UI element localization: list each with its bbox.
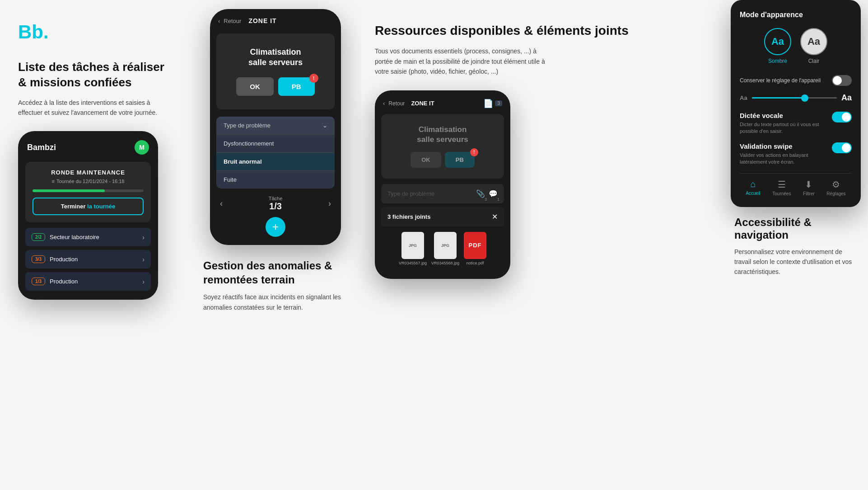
nav-reglages-label: Réglages (826, 191, 845, 196)
dictee-toggle[interactable] (832, 112, 852, 122)
sector-name-3: Production (50, 278, 138, 285)
chat-icon[interactable]: 💬 1 (489, 189, 498, 198)
nav-reglages[interactable]: ⚙ Réglages (826, 179, 845, 196)
dictee-text: Dictée vocale Dicter du texte partout où… (740, 112, 832, 135)
validation-title: Validation swipe (740, 142, 832, 150)
attach-count-1: 3 (485, 197, 487, 202)
fichier-icon-pdf: PDF (464, 232, 486, 259)
logo-dot: . (43, 21, 49, 42)
aa-light-circle: Aa (800, 28, 827, 55)
chevron-right-icon-2: › (142, 256, 145, 263)
font-size-large: Aa (841, 93, 852, 103)
fichier-name-3: notice.pdf (467, 261, 484, 265)
pb-button-3[interactable]: PB ! (445, 152, 475, 168)
phone3-zone-label: ZONE IT (411, 100, 434, 107)
ok-button-3[interactable]: OK (411, 152, 441, 168)
device-setting-row: Conserver le réglage de l'appareil (740, 75, 852, 86)
accessibility-title: Accessibilité & navigation (734, 216, 857, 241)
nav-filtrer-label: Filtrer (803, 191, 815, 196)
paperclip-icon[interactable]: 📎 3 (476, 189, 485, 198)
fichier-item-3: PDF notice.pdf (464, 232, 486, 265)
accessibility-section: Accessibilité & navigation Personnalisez… (723, 207, 868, 286)
nav-accueil-label: Accueil (746, 191, 760, 196)
chevron-right-icon-3: › (142, 278, 145, 285)
dictee-title: Dictée vocale (740, 112, 832, 119)
light-label: Clair (808, 58, 820, 64)
tache-label: Tâche (269, 196, 283, 201)
dropdown-option-2[interactable]: Bruit anormal (216, 152, 335, 170)
logo-text: Bb (18, 21, 43, 42)
pdf-label: PDF (469, 242, 482, 249)
fichier-item-2: JPG VR0345568.jpg (431, 232, 459, 265)
phone3-header-left: ‹ Retour ZONE IT (383, 100, 434, 107)
clima-title-2: Climatisationsalle serveurs (225, 47, 326, 68)
prev-arrow-icon[interactable]: ‹ (220, 199, 223, 208)
left-panel: Bb. Liste des tâches à réaliser & missio… (0, 0, 190, 490)
validation-desc: Valider vos actions en balayant latérale… (740, 152, 832, 166)
dropdown-container: Type de problème ⌄ Dysfonctionnement Bru… (216, 117, 335, 188)
validation-section: Validation swipe Valider vos actions en … (740, 142, 852, 166)
close-icon[interactable]: ✕ (492, 212, 498, 221)
ok-button[interactable]: OK (236, 77, 274, 96)
accessibility-desc: Personnalisez votre environnement de tra… (734, 247, 857, 277)
gear-icon: ⚙ (832, 179, 840, 190)
sector-item-1[interactable]: 2/2 Secteur laboratoire › (25, 228, 151, 246)
ok-pb-row: OK PB ! (225, 77, 326, 96)
fichier-icon-jpg-2: JPG (434, 232, 457, 259)
slider-thumb (801, 94, 808, 102)
font-size-small: Aa (740, 94, 747, 101)
dropdown-option-3[interactable]: Fuite (216, 170, 335, 188)
feature-desc-2: Soyez réactifs face aux incidents en sig… (203, 292, 348, 312)
ok-pb-row-3: OK PB ! (388, 152, 497, 168)
right-middle-panel: Ressources disponibles & éléments joints… (361, 0, 723, 490)
middle-panel: ‹ Retour ZONE IT Climatisationsalle serv… (190, 0, 361, 490)
progress-bar (33, 189, 144, 192)
phone3-back-arrow: ‹ (383, 100, 385, 107)
next-arrow-icon[interactable]: › (328, 199, 331, 208)
bottom-nav: ⌂ Accueil ☰ Tournées ⬇ Filtrer ⚙ Réglage… (740, 173, 852, 200)
aa-dark-circle: Aa (764, 28, 791, 55)
phone-mockup-3: ‹ Retour ZONE IT 📄 3 Climatisationsalle … (375, 90, 510, 279)
phone2-back-label: Retour (224, 18, 241, 24)
ronde-subtitle: ≡Tournée du 12/01/2024 - 16:18 (33, 179, 144, 184)
add-button[interactable]: + (266, 217, 285, 237)
clima-card-3: Climatisationsalle serveurs OK PB ! (381, 114, 504, 179)
device-setting-toggle[interactable] (832, 75, 852, 86)
phone-mockup-2: ‹ Retour ZONE IT Climatisationsalle serv… (210, 9, 341, 245)
terminer-button[interactable]: Terminer la tournée (33, 198, 144, 215)
sector-item-3[interactable]: 1/3 Production › (25, 272, 151, 291)
dark-label: Sombre (768, 58, 787, 64)
type-input-row[interactable]: Type de problème 📎 3 💬 1 (381, 184, 504, 203)
dropdown-option-1[interactable]: Dysfonctionnement (216, 134, 335, 152)
clima-card-2: Climatisationsalle serveurs OK PB ! (216, 33, 335, 109)
nav-accueil[interactable]: ⌂ Accueil (746, 179, 760, 196)
ronde-title: RONDE MAINTENANCE (33, 169, 144, 176)
filter-icon: ⬇ (805, 179, 812, 190)
list-icon: ☰ (778, 179, 786, 190)
feature-title-2: Gestion des anomalies & remontées terrai… (203, 259, 348, 287)
appearance-light[interactable]: Aa Clair (800, 28, 827, 64)
sector-item-2[interactable]: 3/3 Production › (25, 250, 151, 269)
doc-badge: 3 (495, 100, 502, 106)
pb-badge: ! (309, 74, 318, 83)
back-arrow-icon: ‹ (218, 18, 220, 24)
appearance-dark[interactable]: Aa Sombre (764, 28, 791, 64)
pb-button[interactable]: PB ! (278, 77, 315, 96)
sector-badge-1: 2/2 (32, 233, 45, 241)
sector-badge-2: 3/3 (32, 255, 45, 263)
tache-nav: ‹ Tâche 1/3 › (216, 196, 335, 212)
phone1-app-title: Bambzi (27, 143, 56, 152)
validation-toggle-row: Validation swipe Valider vos actions en … (740, 142, 852, 166)
sector-list: 2/2 Secteur laboratoire › 3/3 Production… (25, 228, 151, 291)
clima-title-3: Climatisationsalle serveurs (388, 125, 497, 145)
validation-toggle[interactable] (832, 142, 852, 153)
phone-mockup-4: Mode d'apparence Aa Sombre Aa Clair Cons… (731, 0, 861, 207)
resources-title: Ressources disponibles & éléments joints (375, 23, 710, 39)
fichier-name-1: VR0345567.jpg (399, 261, 427, 265)
nav-filtrer[interactable]: ⬇ Filtrer (803, 179, 815, 196)
nav-tournees[interactable]: ☰ Tournées (772, 179, 791, 196)
attach-count-2: 1 (497, 197, 499, 202)
feature-title-1: Liste des tâches à réaliser & missions c… (18, 60, 172, 90)
font-size-slider[interactable] (752, 97, 837, 99)
dropdown-header[interactable]: Type de problème ⌄ (216, 117, 335, 134)
